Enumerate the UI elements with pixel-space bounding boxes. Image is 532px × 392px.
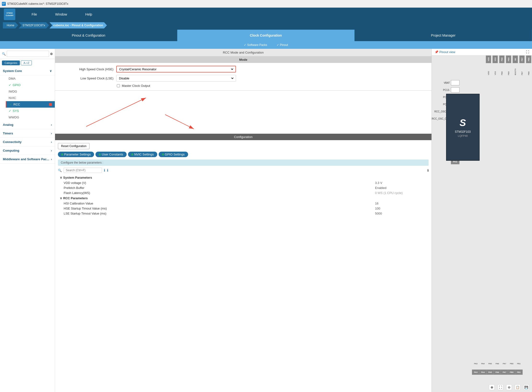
- zoom-in-button[interactable]: ⊕: [489, 384, 495, 390]
- nvic-tab-dot: [131, 154, 133, 155]
- search-icon2: 🔍: [58, 169, 62, 172]
- info-icon3: ℹ: [427, 169, 429, 172]
- fit-screen-button[interactable]: ⛶: [498, 384, 503, 390]
- reset-config-button[interactable]: Reset Configuration: [58, 143, 90, 149]
- sidebar-item-computing[interactable]: Computing ›: [0, 146, 55, 155]
- master-clock-label: Master Clock Output: [122, 84, 150, 88]
- app-logo: STM32CubeMX: [4, 9, 15, 20]
- breadcrumb-home[interactable]: Home: [3, 22, 18, 28]
- search-input[interactable]: [7, 51, 49, 57]
- chevron-right-icon5: ›: [51, 157, 52, 161]
- config-tab-userconstants[interactable]: User Constants: [95, 152, 127, 157]
- top-pin-vss: VSS VSS: [492, 55, 498, 75]
- config-tab-nvic[interactable]: NVIC Settings: [128, 152, 157, 157]
- sidebar-item-sys[interactable]: ✓ SYS: [6, 108, 55, 114]
- sidebar-item-dma[interactable]: DMA: [6, 75, 55, 82]
- chip-name: STM32F103: [455, 130, 471, 133]
- sidebar-tab-az[interactable]: A->Z: [21, 61, 32, 65]
- sidebar-item-iwdg[interactable]: IWDG: [6, 88, 55, 95]
- breadcrumb-current[interactable]: cubemx.ioc - Pinout & Configuration: [50, 22, 107, 28]
- zoom-controls: ⊕ ⛶ ⊖ 📋 💾: [489, 384, 529, 390]
- sidebar-item-middleware[interactable]: Middleware and Software Pac... ›: [0, 155, 55, 164]
- search-icon: 🔍: [2, 52, 6, 56]
- sub-tab-pinout[interactable]: ✓ Pinout: [277, 43, 288, 47]
- export-button1[interactable]: 📋: [515, 384, 521, 390]
- sidebar-item-systemcore[interactable]: System Core ∨: [0, 67, 55, 75]
- param-search-bar: Configure the below parameters :: [58, 160, 429, 166]
- menu-file[interactable]: File: [30, 11, 39, 17]
- param-flash: Flash Latency(WS) 0 WS (1 CPU cycle): [58, 190, 429, 195]
- sidebar-item-timers[interactable]: Timers ›: [0, 129, 55, 138]
- hse-select[interactable]: Crystal/Ceramic Resonator Bypass Clock S…: [116, 66, 236, 72]
- info-icon: ℹ: [104, 168, 105, 172]
- config-section: Configuration Reset Configuration Parame…: [55, 134, 431, 392]
- bottom-pins: PA3 PA3 PA4 PA4 PA5 PA5 PA6 PA6 PA7 PA: [472, 358, 522, 375]
- left-section: VBAT PC13- PC14- PC15-: [432, 79, 494, 165]
- sidebar-item-wwdg[interactable]: WWDG: [6, 114, 55, 121]
- config-tab-param[interactable]: Parameter Settings: [58, 152, 94, 157]
- svg-line-1: [86, 98, 146, 127]
- export-button2[interactable]: 💾: [523, 384, 529, 390]
- hse-row: High Speed Clock (HSE) Crystal/Ceramic R…: [61, 66, 426, 72]
- chip-logo: S: [459, 117, 466, 128]
- logo-area: STM32CubeMX: [4, 9, 15, 20]
- top-pin-pb9: PB9 PB9: [505, 55, 512, 75]
- param-vdd: VDD voltage (V) 3.3 V: [58, 180, 429, 185]
- top-pin-boot0: B0 BOOT0: [512, 55, 519, 75]
- hse-dropdown[interactable]: Crystal/Ceramic Resonator Bypass Clock S…: [118, 67, 234, 71]
- main-tab-bar: Pinout & Configuration Clock Configurati…: [0, 30, 532, 41]
- bottom-pin-pa4: PA4 PA4: [480, 358, 486, 375]
- bottom-pin-pa7: PA7 PA7: [501, 358, 508, 375]
- breadcrumb-device[interactable]: STM32F103C8Tx: [19, 22, 49, 28]
- chip-toolbar: 📌 Pinout view ⛶: [432, 49, 532, 55]
- user-tab-dot: [99, 154, 101, 155]
- param-hse-startup: HSE Startup Timout Value (ms) 100: [58, 206, 429, 211]
- sidebar-item-rcc[interactable]: ✓ RCC: [6, 101, 55, 108]
- sidebar-item-nvic[interactable]: NVIC: [6, 95, 55, 101]
- tab-project[interactable]: Project Manager: [355, 30, 532, 41]
- menu-window[interactable]: Window: [53, 11, 69, 17]
- sidebar-tab-categories[interactable]: Categories: [2, 61, 20, 65]
- top-pin-pb8: PB8 PB8: [498, 55, 505, 75]
- sidebar-item-connectivity[interactable]: Connectivity ›: [0, 138, 55, 146]
- param-hsi-calib: HSI Calibration Value 16: [58, 201, 429, 206]
- bottom-pin-pb1: PB1 PB1: [515, 358, 522, 375]
- param-search-input[interactable]: [64, 168, 102, 173]
- mode-header: Mode: [55, 56, 431, 63]
- sub-tab-software[interactable]: ✓ Software Packs: [244, 43, 267, 47]
- chip-area: 📌 Pinout view ⛶ VDD VDD VSS VSS PB8 PB8: [431, 49, 532, 392]
- mode-body: High Speed Clock (HSE) Crystal/Ceramic R…: [55, 63, 431, 90]
- lse-select[interactable]: Disable Crystal/Ceramic Resonator Bypass…: [116, 75, 236, 82]
- arrow-area: [55, 91, 431, 134]
- param-prefetch: Prefetch Buffer Enabled: [58, 185, 429, 190]
- rcc-params-header: ∨ RCC Parameters: [58, 195, 429, 201]
- menu-help[interactable]: Help: [83, 11, 94, 17]
- gpio-tab-dot: [162, 154, 164, 155]
- system-params-header: ∨ System Parameters: [58, 175, 429, 180]
- zoom-out-button[interactable]: ⊖: [506, 384, 512, 390]
- menu-bar: STM32CubeMX File Window Help: [0, 8, 532, 21]
- chevron-right-icon4: ›: [51, 149, 52, 152]
- param-lse-startup: LSE Startup Timout Value (ms) 5000: [58, 211, 429, 216]
- breadcrumb: Home STM32F103C8Tx cubemx.ioc - Pinout &…: [0, 21, 532, 30]
- lse-dropdown[interactable]: Disable Crystal/Ceramic Resonator Bypass…: [118, 76, 234, 80]
- tab-pinout[interactable]: Pinout & Configuration: [0, 30, 177, 41]
- top-pins-row: VDD VDD VSS VSS PB8 PB8 PB9 PB9 B0 BOO: [442, 55, 532, 75]
- config-tab-gpio[interactable]: GPIO Settings: [159, 152, 188, 157]
- sidebar-item-analog[interactable]: Analog ›: [0, 121, 55, 129]
- sidebar-item-gpio[interactable]: ✓ GPIO: [6, 82, 55, 88]
- bottom-pin-pb0: PB0 PB0: [508, 358, 515, 375]
- configure-label: Configure the below parameters :: [61, 161, 103, 164]
- rcc-active-indicator: [49, 103, 52, 106]
- master-clock-checkbox[interactable]: [117, 84, 120, 87]
- config-tabs: Parameter Settings User Constants NVIC S…: [58, 152, 429, 157]
- sidebar-tab-bar: Categories A->Z: [0, 59, 55, 67]
- chevron-right-icon: ›: [51, 123, 52, 127]
- gear-icon[interactable]: ⚙: [50, 52, 53, 56]
- rcc-section-header: RCC Mode and Configuration: [55, 49, 431, 56]
- expand-icon[interactable]: ⛶: [526, 50, 529, 54]
- config-header: Configuration: [55, 134, 431, 140]
- tab-clock[interactable]: Clock Configuration: [177, 30, 355, 41]
- pin-pc13: PC13-: [432, 87, 459, 93]
- pinout-icon: 📌: [435, 50, 438, 54]
